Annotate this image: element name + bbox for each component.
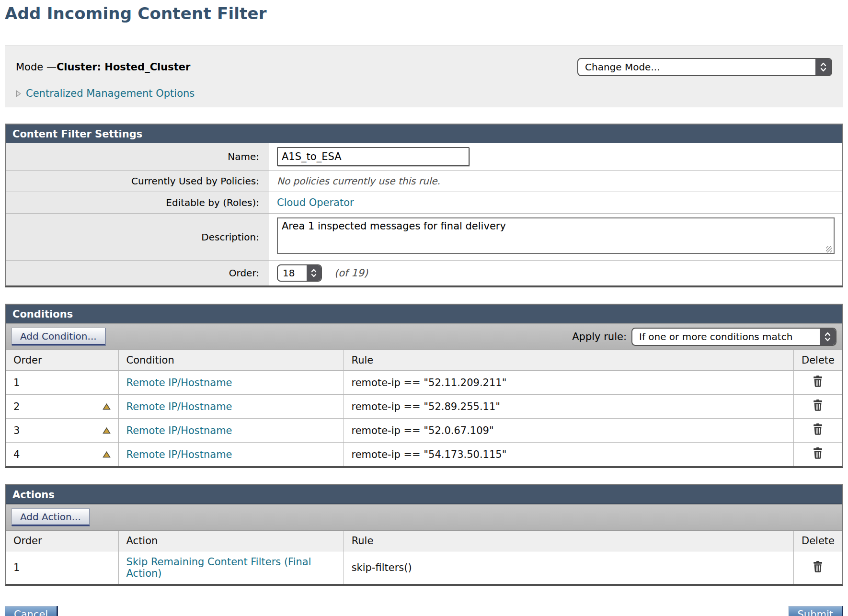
condition-order: 3 — [13, 425, 20, 436]
content-filter-settings-table: Name: Currently Used by Policies: No pol… — [6, 143, 842, 285]
content-filter-settings-header: Content Filter Settings — [6, 125, 842, 143]
order-of-total: (of 19) — [334, 267, 368, 279]
col-header-action: Action — [118, 531, 344, 551]
conditions-panel: Conditions Add Condition... Apply rule: … — [5, 304, 843, 468]
action-link[interactable]: Skip Remaining Content Filters (Final Ac… — [126, 556, 311, 579]
table-header-row: Order Action Rule Delete — [6, 531, 842, 551]
content-filter-settings-panel: Content Filter Settings Name: Currently … — [5, 124, 843, 287]
select-stepper-icon — [815, 59, 831, 75]
policies-label: Currently Used by Policies: — [6, 171, 269, 192]
submit-button[interactable]: Submit — [789, 606, 844, 616]
conditions-table: Order Condition Rule Delete 1 Remote IP/… — [6, 350, 842, 466]
name-label: Name: — [6, 143, 269, 171]
col-header-condition: Condition — [118, 350, 344, 371]
editable-roles-label: Editable by (Roles): — [6, 192, 269, 214]
action-order: 1 — [13, 562, 20, 573]
table-row: 1 Skip Remaining Content Filters (Final … — [6, 551, 842, 584]
move-up-icon[interactable] — [103, 451, 111, 458]
table-row: Name: — [6, 143, 842, 171]
mode-value: Cluster: Hosted_Cluster — [57, 61, 190, 73]
table-row: Editable by (Roles): Cloud Operator — [6, 192, 842, 214]
condition-link[interactable]: Remote IP/Hostname — [126, 425, 232, 436]
description-textarea[interactable]: Area 1 inspected messages for final deli… — [277, 217, 835, 254]
conditions-header: Conditions — [6, 305, 842, 323]
description-label: Description: — [6, 214, 269, 261]
order-label: Order: — [6, 261, 269, 286]
col-header-rule: Rule — [344, 350, 793, 371]
actions-toolbar: Add Action... — [6, 504, 842, 531]
col-header-delete: Delete — [793, 350, 842, 371]
apply-rule-select[interactable]: If one or more conditions match — [631, 328, 837, 346]
mode-banner: Mode —Cluster: Hosted_Cluster Change Mod… — [5, 45, 843, 107]
condition-order: 4 — [13, 449, 20, 460]
delete-condition-button[interactable] — [813, 376, 823, 387]
change-mode-select-value: Change Mode... — [578, 59, 815, 75]
name-input[interactable] — [277, 147, 470, 166]
add-action-button[interactable]: Add Action... — [11, 508, 90, 526]
condition-rule: remote-ip == "52.89.255.11" — [352, 401, 500, 412]
trash-icon — [813, 376, 823, 387]
table-row: Currently Used by Policies: No policies … — [6, 171, 842, 192]
footer-bar: Cancel Submit — [5, 606, 843, 616]
table-row: 1 Remote IP/Hostname remote-ip == "52.11… — [6, 371, 842, 395]
delete-condition-button[interactable] — [813, 423, 823, 435]
apply-rule-label: Apply rule: — [572, 331, 627, 342]
actions-panel: Actions Add Action... Order Action Rule … — [5, 484, 843, 586]
condition-link[interactable]: Remote IP/Hostname — [126, 449, 232, 460]
col-header-rule: Rule — [344, 531, 793, 551]
trash-icon — [813, 399, 823, 411]
actions-header: Actions — [6, 485, 842, 504]
disclosure-triangle-icon[interactable] — [16, 90, 21, 97]
page-title: Add Incoming Content Filter — [5, 4, 843, 23]
condition-link[interactable]: Remote IP/Hostname — [126, 401, 232, 412]
mode-label: Mode — — [16, 61, 57, 73]
actions-table: Order Action Rule Delete 1 Skip Remainin… — [6, 531, 842, 584]
mode-text: Mode —Cluster: Hosted_Cluster — [16, 61, 190, 73]
condition-link[interactable]: Remote IP/Hostname — [126, 377, 232, 388]
move-up-icon[interactable] — [103, 427, 111, 434]
table-row: 3 Remote IP/Hostname remote-ip == "52.0.… — [6, 419, 842, 443]
table-row: 2 Remote IP/Hostname remote-ip == "52.89… — [6, 395, 842, 419]
trash-icon — [813, 561, 823, 572]
cancel-button[interactable]: Cancel — [5, 606, 58, 616]
table-row: Order: 18 (of 19) — [6, 261, 842, 286]
move-up-icon[interactable] — [103, 403, 111, 410]
apply-rule-select-value: If one or more conditions match — [632, 329, 820, 345]
policies-value: No policies currently use this rule. — [277, 175, 440, 187]
condition-order: 2 — [13, 401, 20, 412]
condition-order: 1 — [13, 377, 20, 388]
conditions-toolbar: Add Condition... Apply rule: If one or m… — [6, 323, 842, 350]
change-mode-select[interactable]: Change Mode... — [577, 58, 832, 76]
editable-roles-link[interactable]: Cloud Operator — [277, 197, 354, 208]
delete-condition-button[interactable] — [813, 447, 823, 459]
select-stepper-icon — [820, 329, 836, 345]
table-row: 4 Remote IP/Hostname remote-ip == "54.17… — [6, 443, 842, 467]
condition-rule: remote-ip == "52.11.209.211" — [352, 377, 507, 388]
condition-rule: remote-ip == "52.0.67.109" — [352, 425, 494, 436]
delete-condition-button[interactable] — [813, 399, 823, 411]
condition-rule: remote-ip == "54.173.50.115" — [352, 449, 507, 460]
table-row: Description: Area 1 inspected messages f… — [6, 214, 842, 261]
trash-icon — [813, 447, 823, 459]
order-select-value: 18 — [278, 265, 307, 281]
col-header-order: Order — [6, 350, 118, 371]
col-header-delete: Delete — [793, 531, 842, 551]
table-header-row: Order Condition Rule Delete — [6, 350, 842, 371]
col-header-order: Order — [6, 531, 118, 551]
delete-action-button[interactable] — [813, 561, 823, 572]
centralized-management-options-link[interactable]: Centralized Management Options — [26, 88, 195, 99]
trash-icon — [813, 423, 823, 435]
add-condition-button[interactable]: Add Condition... — [11, 328, 105, 345]
page: Add Incoming Content Filter Mode —Cluste… — [5, 4, 843, 616]
order-select[interactable]: 18 — [277, 264, 322, 282]
action-rule: skip-filters() — [352, 562, 412, 573]
select-stepper-icon — [307, 265, 321, 281]
